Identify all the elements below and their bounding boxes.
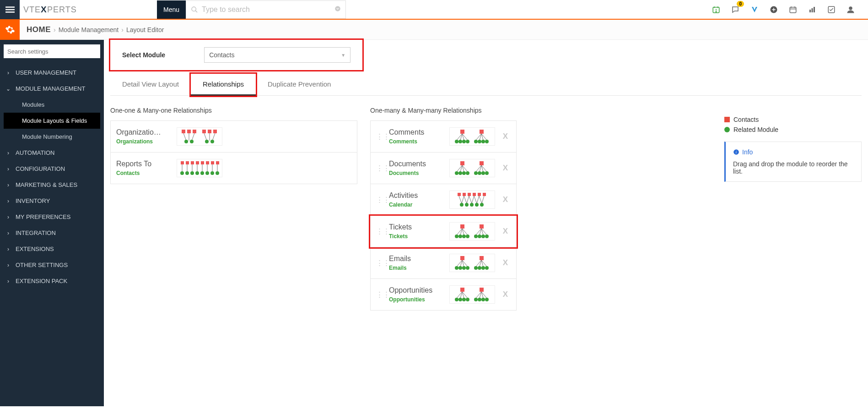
- info-icon: i: [733, 149, 739, 155]
- delete-relation-button[interactable]: X: [503, 227, 511, 236]
- search-icon: [191, 6, 198, 13]
- delete-relation-button[interactable]: X: [503, 290, 511, 299]
- relation-diagram-icon: [449, 285, 495, 304]
- menu-button[interactable]: Menu: [157, 0, 186, 19]
- svg-text:VTE: VTE: [23, 5, 41, 14]
- drag-handle-icon[interactable]: ⋮⋮: [376, 164, 383, 172]
- notif-badge: 0: [737, 1, 744, 7]
- rel-sub: Calendar: [389, 202, 444, 208]
- rel-card-tickets[interactable]: ⋮⋮TicketsTicketsX: [370, 216, 517, 247]
- sidebar-item-my-preferences[interactable]: ›MY PREFERENCES: [4, 209, 100, 225]
- svg-point-34: [190, 140, 194, 143]
- info-box: iInfo Drag and drop the module to reorde…: [724, 142, 862, 182]
- svg-point-66: [216, 171, 219, 175]
- svg-rect-2: [5, 11, 15, 12]
- tasks-icon[interactable]: [827, 5, 836, 14]
- tab-duplicate-prevention[interactable]: Duplicate Prevention: [256, 74, 343, 95]
- drag-handle-icon[interactable]: ⋮⋮: [376, 196, 383, 204]
- plus-circle-icon[interactable]: [769, 5, 778, 14]
- calendar-icon[interactable]: [788, 5, 798, 14]
- rel-card-documents[interactable]: ⋮⋮DocumentsDocumentsX: [370, 153, 517, 184]
- module-select-value: Contacts: [209, 51, 234, 59]
- rel-title: Documents: [389, 160, 444, 168]
- legend-related-module: Related Module: [724, 126, 862, 133]
- rel-title: Tickets: [389, 223, 444, 231]
- rel-sub: Opportunities: [389, 296, 444, 303]
- rel-sub: Contacts: [116, 170, 171, 176]
- svg-text:X: X: [41, 5, 47, 14]
- sidebar-item-integration[interactable]: ›INTEGRATION: [4, 225, 100, 241]
- sidebar-item-configuration[interactable]: ›CONFIGURATION: [4, 161, 100, 177]
- drag-handle-icon[interactable]: ⋮⋮: [376, 290, 383, 299]
- sidebar-item-inventory[interactable]: ›INVENTORY: [4, 193, 100, 209]
- rel-card-opportunities[interactable]: ⋮⋮OpportunitiesOpportunitiesX: [370, 279, 517, 311]
- svg-point-61: [190, 171, 194, 175]
- delete-relation-button[interactable]: X: [503, 258, 511, 267]
- info-body: Drag and drop the module to reorder the …: [733, 160, 854, 175]
- sidebar-item-extension-pack[interactable]: ›EXTENSION PACK: [4, 273, 100, 289]
- chevron-right-icon: ›: [54, 26, 56, 33]
- drag-handle-icon[interactable]: ⋮⋮: [376, 132, 383, 141]
- rel-card-emails[interactable]: ⋮⋮EmailsEmailsX: [370, 247, 517, 279]
- svg-point-60: [185, 171, 189, 175]
- sidebar-sub-module-layouts[interactable]: Module Layouts & Fields: [4, 113, 100, 129]
- svg-line-38: [204, 133, 207, 141]
- delete-relation-button[interactable]: X: [503, 132, 511, 141]
- search-caret-icon: [334, 5, 341, 14]
- svg-rect-36: [208, 130, 211, 133]
- delete-relation-button[interactable]: X: [503, 164, 511, 173]
- user-icon[interactable]: [846, 5, 855, 14]
- sidebar-item-module-management[interactable]: ⌄MODULE MANAGEMENT: [4, 81, 100, 97]
- rel-sub: Organizations: [116, 138, 171, 145]
- rel-card-comments[interactable]: ⋮⋮CommentsCommentsX: [370, 120, 517, 153]
- svg-rect-47: [201, 161, 204, 164]
- rel-sub: Documents: [389, 170, 444, 176]
- svg-point-26: [849, 6, 852, 10]
- svg-point-59: [180, 171, 184, 175]
- drag-handle-icon[interactable]: ⋮⋮: [376, 227, 383, 235]
- global-search-placeholder: Type to search: [202, 5, 250, 14]
- sidebar-sub-modules[interactable]: Modules: [4, 97, 100, 113]
- svg-rect-24: [814, 7, 815, 12]
- global-search[interactable]: Type to search: [186, 0, 346, 19]
- reports-icon[interactable]: [808, 5, 817, 14]
- drag-handle-icon[interactable]: ⋮⋮: [376, 259, 383, 267]
- breadcrumb: HOME › Module Management › Layout Editor: [20, 25, 164, 34]
- left-col-title: One-one & Many-one Relationships: [110, 107, 357, 114]
- relation-diagram-icon: [449, 191, 495, 209]
- sidebar-item-marketing-sales[interactable]: ›MARKETING & SALES: [4, 177, 100, 193]
- right-col-title: One-many & Many-many Relationships: [370, 107, 517, 114]
- sidebar-item-extensions[interactable]: ›EXTENSIONS: [4, 241, 100, 257]
- sidebar-sub-module-numbering[interactable]: Module Numbering: [4, 129, 100, 145]
- svg-line-40: [212, 133, 215, 141]
- svg-rect-0: [5, 6, 15, 8]
- tab-relationships[interactable]: Relationships: [191, 74, 256, 96]
- settings-gear-icon[interactable]: [0, 20, 20, 40]
- sidebar-item-automation[interactable]: ›AUTOMATION: [4, 145, 100, 161]
- relation-diagram-icon: [177, 127, 222, 146]
- svg-text:PERTS: PERTS: [47, 5, 77, 14]
- rel-title: Comments: [389, 128, 444, 136]
- select-module-label: Select Module: [122, 51, 165, 59]
- svg-point-63: [200, 171, 204, 175]
- svg-rect-49: [211, 161, 214, 164]
- svg-point-62: [195, 171, 199, 175]
- sidebar-item-user-management[interactable]: ›USER MANAGEMENT: [4, 65, 100, 81]
- tab-detail-view-layout[interactable]: Detail View Layout: [110, 74, 191, 95]
- hamburger-menu[interactable]: [0, 0, 20, 19]
- svg-point-6: [192, 7, 196, 11]
- calendar-alert-icon[interactable]: [712, 5, 721, 14]
- rel-card-calendar[interactable]: ⋮⋮ActivitiesCalendarX: [370, 184, 517, 216]
- sidebar-item-other-settings[interactable]: ›OTHER SETTINGS: [4, 257, 100, 273]
- breadcrumb-module-management[interactable]: Module Management: [59, 26, 119, 33]
- delete-relation-button[interactable]: X: [503, 195, 511, 204]
- extension-icon[interactable]: [750, 5, 759, 14]
- rel-card-reports-to[interactable]: Reports To Contacts: [110, 153, 357, 184]
- settings-search-input[interactable]: [4, 44, 100, 58]
- chevron-down-icon: ▼: [341, 53, 345, 58]
- rel-card-organizations[interactable]: Organizatio… Organizations: [110, 120, 357, 153]
- svg-point-8: [335, 6, 340, 11]
- module-select-dropdown[interactable]: Contacts ▼: [204, 47, 350, 63]
- breadcrumb-home[interactable]: HOME: [27, 25, 51, 34]
- chat-icon[interactable]: 0: [731, 5, 740, 14]
